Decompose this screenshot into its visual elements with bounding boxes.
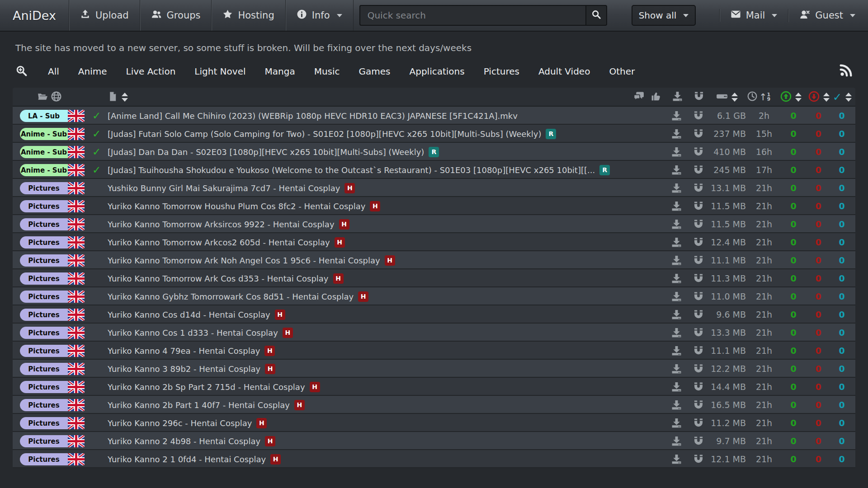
download-torrent-button[interactable] — [671, 327, 682, 340]
category-badge[interactable]: Pictures — [20, 417, 68, 429]
torrent-title[interactable]: Yuriko Kanno Tomorrow Houshu Plum Cos 8f… — [108, 202, 365, 211]
torrent-title[interactable]: Yuriko Kanno 2b Part 1 40f7 - Hentai Cos… — [108, 400, 290, 410]
download-torrent-button[interactable] — [671, 273, 682, 286]
torrent-title[interactable]: [Anime Land] Call Me Chihiro (2023) (WEB… — [108, 111, 518, 121]
download-torrent-button[interactable] — [671, 146, 682, 160]
uk-flag-icon[interactable] — [68, 236, 85, 249]
download-torrent-button[interactable] — [671, 110, 682, 123]
uk-flag-icon[interactable] — [68, 363, 85, 375]
category-badge[interactable]: Pictures — [20, 182, 68, 194]
column-filename-sort[interactable] — [108, 88, 128, 107]
advanced-search-button[interactable] — [15, 65, 28, 79]
download-torrent-button[interactable] — [671, 128, 682, 141]
search-button[interactable] — [585, 5, 607, 26]
download-torrent-button[interactable] — [671, 381, 682, 394]
torrent-title[interactable]: [Judas] Tsuihousha Shokudou e Youkoso (W… — [108, 165, 595, 175]
torrent-title[interactable]: Yuriko Kanno Cos d14d - Hentai Cosplay — [108, 310, 270, 319]
category-badge[interactable]: Pictures — [20, 254, 68, 267]
category-badge[interactable]: Anime - Sub — [20, 128, 68, 140]
tab-games[interactable]: Games — [349, 61, 400, 81]
uk-flag-icon[interactable] — [68, 417, 85, 429]
nav-item-mail[interactable]: Mail — [719, 9, 788, 22]
category-badge[interactable]: Pictures — [20, 381, 68, 393]
category-badge[interactable]: LA - Sub — [20, 110, 68, 122]
brand-logo[interactable]: AniDex — [0, 0, 69, 31]
hentai-badge[interactable]: H — [385, 255, 395, 266]
tab-anime[interactable]: Anime — [69, 61, 117, 81]
torrent-title[interactable]: Yuriko Kanno Cos 1 d333 - Hentai Cosplay — [108, 328, 278, 338]
hentai-badge[interactable]: H — [294, 400, 305, 410]
uk-flag-icon[interactable] — [68, 327, 85, 339]
download-torrent-button[interactable] — [671, 309, 682, 322]
column-completed-sort[interactable]: ✓ — [833, 88, 852, 107]
download-torrent-button[interactable] — [671, 345, 682, 358]
tab-other[interactable]: Other — [599, 61, 644, 81]
download-torrent-button[interactable] — [671, 436, 682, 449]
hentai-badge[interactable]: H — [335, 237, 345, 248]
hentai-badge[interactable]: H — [265, 436, 275, 446]
download-torrent-button[interactable] — [671, 363, 682, 376]
hentai-badge[interactable]: H — [370, 201, 380, 211]
hentai-badge[interactable]: H — [333, 273, 344, 284]
uk-flag-icon[interactable] — [68, 272, 85, 285]
download-torrent-button[interactable] — [671, 418, 682, 431]
uk-flag-icon[interactable] — [68, 200, 85, 212]
torrent-title[interactable]: [Judas] Futari Solo Camp (Solo Camping f… — [108, 129, 541, 139]
uk-flag-icon[interactable] — [68, 254, 85, 267]
download-torrent-button[interactable] — [671, 399, 682, 413]
download-torrent-button[interactable] — [671, 237, 682, 250]
remake-badge[interactable]: R — [429, 147, 439, 157]
uk-flag-icon[interactable] — [68, 146, 85, 158]
nav-item-hosting[interactable]: Hosting — [211, 0, 285, 31]
category-badge[interactable]: Anime - Sub — [20, 146, 68, 158]
torrent-title[interactable]: [Judas] Dan Da Dan - S02E03 [1080p][HEVC… — [108, 147, 424, 157]
category-badge[interactable]: Pictures — [20, 399, 68, 411]
category-badge[interactable]: Pictures — [20, 291, 68, 303]
column-size-sort[interactable] — [716, 88, 738, 107]
hentai-badge[interactable]: H — [358, 291, 368, 302]
category-badge[interactable]: Pictures — [20, 435, 68, 447]
uk-flag-icon[interactable] — [68, 218, 85, 230]
hentai-badge[interactable]: H — [256, 418, 267, 428]
tab-manga[interactable]: Manga — [255, 61, 305, 81]
nav-item-info[interactable]: Info — [285, 0, 353, 31]
column-seeders-sort[interactable] — [780, 88, 802, 107]
column-age-sort[interactable]: ↑19 — [747, 88, 770, 107]
remake-badge[interactable]: R — [546, 129, 556, 139]
uk-flag-icon[interactable] — [68, 291, 85, 303]
torrent-title[interactable]: Yushiko Bunny Girl Mai Sakurajima 7cd7 -… — [108, 183, 340, 193]
torrent-title[interactable]: Yuriko Kanno Gybhz Tomorrowark Cos 8d51 … — [108, 292, 354, 301]
hentai-badge[interactable]: H — [339, 219, 349, 230]
category-badge[interactable]: Pictures — [20, 453, 68, 465]
nav-item-upload[interactable]: Upload — [69, 0, 140, 31]
tab-music[interactable]: Music — [305, 61, 349, 81]
torrent-title[interactable]: Yuriko Kanno 2 1 0fd4 - Hentai Cosplay — [108, 455, 266, 464]
torrent-title[interactable]: Yuriko Kanno 2b Sp Part 2 715d - Hentai … — [108, 382, 305, 392]
download-torrent-button[interactable] — [671, 219, 682, 232]
hentai-badge[interactable]: H — [264, 346, 275, 356]
rss-button[interactable] — [839, 64, 853, 79]
category-badge[interactable]: Pictures — [20, 363, 68, 375]
tab-live-action[interactable]: Live Action — [117, 61, 185, 81]
torrent-title[interactable]: Yuriko Kanno 2 4b98 - Hentai Cosplay — [108, 436, 260, 446]
download-torrent-button[interactable] — [671, 454, 682, 467]
torrent-title[interactable]: Yuriko Kanno Tomorrow Ark Noh Angel Cos … — [108, 256, 380, 265]
download-torrent-button[interactable] — [671, 201, 682, 214]
uk-flag-icon[interactable] — [68, 164, 85, 176]
hentai-badge[interactable]: H — [344, 183, 355, 193]
hentai-badge[interactable]: H — [275, 310, 285, 320]
category-badge[interactable]: Pictures — [20, 272, 68, 285]
torrent-title[interactable]: Yuriko Kanno Tomorrow Ark Cos d353 - Hen… — [108, 274, 329, 283]
download-torrent-button[interactable] — [671, 291, 682, 304]
uk-flag-icon[interactable] — [68, 128, 85, 140]
nav-item-guest[interactable]: Guest — [788, 9, 868, 22]
torrent-title[interactable]: Yuriko Kanno 3 89b2 - Hentai Cosplay — [108, 364, 260, 374]
nav-item-groups[interactable]: Groups — [140, 0, 212, 31]
category-badge[interactable]: Pictures — [20, 218, 68, 230]
tab-pictures[interactable]: Pictures — [474, 61, 529, 81]
category-badge[interactable]: Pictures — [20, 200, 68, 212]
uk-flag-icon[interactable] — [68, 381, 85, 393]
filter-dropdown[interactable]: Show all — [632, 5, 696, 26]
uk-flag-icon[interactable] — [68, 453, 85, 465]
download-torrent-button[interactable] — [671, 255, 682, 268]
